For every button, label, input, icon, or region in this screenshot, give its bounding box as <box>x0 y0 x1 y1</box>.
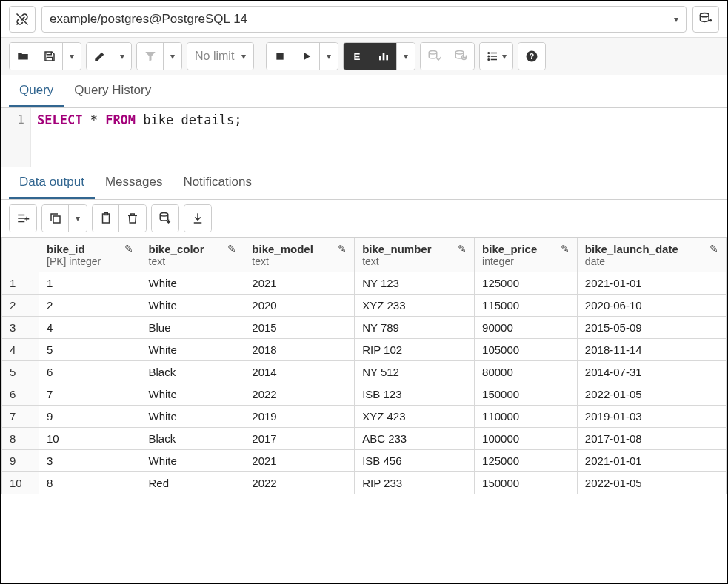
pencil-icon[interactable]: ✎ <box>561 243 570 255</box>
sql-code[interactable]: SELECT * FROM bike_details; <box>31 108 727 167</box>
cell[interactable]: 90000 <box>475 317 578 339</box>
open-file-button[interactable] <box>10 43 36 70</box>
pencil-icon[interactable]: ✎ <box>227 243 236 255</box>
cell[interactable]: 125000 <box>475 450 578 472</box>
cell[interactable]: 2018-11-14 <box>577 339 726 361</box>
edit-button[interactable] <box>87 43 113 70</box>
tab-query-history[interactable]: Query History <box>64 75 161 107</box>
cell[interactable]: Black <box>141 428 244 450</box>
cell[interactable]: 4 <box>39 317 141 339</box>
cell[interactable]: NY 512 <box>355 361 475 383</box>
table-row[interactable]: 11White2021NY 1231250002021-01-01 <box>2 272 727 295</box>
edit-dropdown[interactable]: ▾ <box>113 43 131 70</box>
explain-analyze-button[interactable] <box>370 43 397 70</box>
cell[interactable]: ABC 233 <box>355 428 475 450</box>
row-number[interactable]: 1 <box>2 272 39 295</box>
connection-status-button[interactable] <box>9 6 36 33</box>
column-header-bike_model[interactable]: bike_modeltext✎ <box>244 238 355 272</box>
cell[interactable]: White <box>141 272 244 295</box>
cell[interactable]: 2021-01-01 <box>577 272 726 295</box>
sql-editor[interactable]: 1 SELECT * FROM bike_details; <box>1 108 727 167</box>
execute-dropdown[interactable]: ▾ <box>320 43 338 70</box>
cell[interactable]: 125000 <box>475 272 578 295</box>
row-number[interactable]: 7 <box>2 406 39 428</box>
cell[interactable]: White <box>141 450 244 472</box>
table-row[interactable]: 45White2018RIP 1021050002018-11-14 <box>2 339 727 361</box>
help-button[interactable]: ? <box>518 43 545 70</box>
cell[interactable]: 2022 <box>244 383 355 406</box>
cell[interactable]: ISB 123 <box>355 383 475 406</box>
row-number[interactable]: 10 <box>2 472 39 494</box>
column-header-bike_number[interactable]: bike_numbertext✎ <box>355 238 475 272</box>
delete-button[interactable] <box>119 205 146 232</box>
cell[interactable]: NY 789 <box>355 317 475 339</box>
row-number[interactable]: 8 <box>2 428 39 450</box>
table-row[interactable]: 93White2021ISB 4561250002021-01-01 <box>2 450 727 472</box>
cell[interactable]: 7 <box>39 383 141 406</box>
cell[interactable]: 2019 <box>244 406 355 428</box>
rollback-button[interactable] <box>447 43 474 70</box>
pencil-icon[interactable]: ✎ <box>709 243 718 255</box>
column-header-bike_color[interactable]: bike_colortext✎ <box>141 238 244 272</box>
copy-button[interactable] <box>42 205 69 232</box>
tab-data-output[interactable]: Data output <box>9 167 95 199</box>
cell[interactable]: 2020-06-10 <box>577 295 726 317</box>
pencil-icon[interactable]: ✎ <box>458 243 467 255</box>
column-header-bike_launch_date[interactable]: bike_launch_datedate✎ <box>577 238 726 272</box>
macros-button[interactable]: ▾ <box>480 43 512 70</box>
cell[interactable]: 3 <box>39 450 141 472</box>
table-row[interactable]: 56Black2014NY 512800002014-07-31 <box>2 361 727 383</box>
cell[interactable]: 2017-01-08 <box>577 428 726 450</box>
cell[interactable]: 2022-01-05 <box>577 472 726 494</box>
tab-query[interactable]: Query <box>9 75 64 107</box>
column-header-bike_price[interactable]: bike_priceinteger✎ <box>475 238 578 272</box>
pencil-icon[interactable]: ✎ <box>124 243 133 255</box>
cell[interactable]: 9 <box>39 406 141 428</box>
cell[interactable]: 2018 <box>244 339 355 361</box>
cell[interactable]: 2020 <box>244 295 355 317</box>
cell[interactable]: 2022-01-05 <box>577 383 726 406</box>
cell[interactable]: 150000 <box>475 383 578 406</box>
cell[interactable]: 2017 <box>244 428 355 450</box>
cell[interactable]: 8 <box>39 472 141 494</box>
cell[interactable]: Black <box>141 361 244 383</box>
cell[interactable]: XYZ 423 <box>355 406 475 428</box>
table-row[interactable]: 22White2020XYZ 2331150002020-06-10 <box>2 295 727 317</box>
filter-button[interactable] <box>137 43 164 70</box>
row-limit-dropdown[interactable]: No limit ▾ <box>187 43 253 70</box>
cell[interactable]: 2 <box>39 295 141 317</box>
row-number[interactable]: 9 <box>2 450 39 472</box>
cell[interactable]: RIP 102 <box>355 339 475 361</box>
cell[interactable]: Blue <box>141 317 244 339</box>
cell[interactable]: 110000 <box>475 406 578 428</box>
cell[interactable]: 2014 <box>244 361 355 383</box>
cell[interactable]: Red <box>141 472 244 494</box>
row-number[interactable]: 5 <box>2 361 39 383</box>
paste-button[interactable] <box>93 205 119 232</box>
cell[interactable]: 115000 <box>475 295 578 317</box>
row-number[interactable]: 4 <box>2 339 39 361</box>
cell[interactable]: ISB 456 <box>355 450 475 472</box>
explain-dropdown[interactable]: ▾ <box>397 43 415 70</box>
cell[interactable]: 2015-05-09 <box>577 317 726 339</box>
execute-button[interactable] <box>293 43 320 70</box>
connection-dropdown[interactable]: example/postgres@PostgreSQL 14 ▾ <box>41 6 687 33</box>
cell[interactable]: 100000 <box>475 428 578 450</box>
result-grid[interactable]: bike_id[PK] integer✎bike_colortext✎bike_… <box>1 238 727 494</box>
cell[interactable]: 105000 <box>475 339 578 361</box>
pencil-icon[interactable]: ✎ <box>338 243 347 255</box>
cell[interactable]: 1 <box>39 272 141 295</box>
row-number[interactable]: 3 <box>2 317 39 339</box>
row-number[interactable]: 6 <box>2 383 39 406</box>
cell[interactable]: 2021-01-01 <box>577 450 726 472</box>
cell[interactable]: 2021 <box>244 450 355 472</box>
cell[interactable]: 80000 <box>475 361 578 383</box>
cell[interactable]: 2014-07-31 <box>577 361 726 383</box>
stop-button[interactable] <box>267 43 293 70</box>
cell[interactable]: White <box>141 339 244 361</box>
table-row[interactable]: 108Red2022RIP 2331500002022-01-05 <box>2 472 727 494</box>
cell[interactable]: XYZ 233 <box>355 295 475 317</box>
cell[interactable]: White <box>141 406 244 428</box>
cell[interactable]: 5 <box>39 339 141 361</box>
tab-notifications[interactable]: Notifications <box>173 167 262 199</box>
